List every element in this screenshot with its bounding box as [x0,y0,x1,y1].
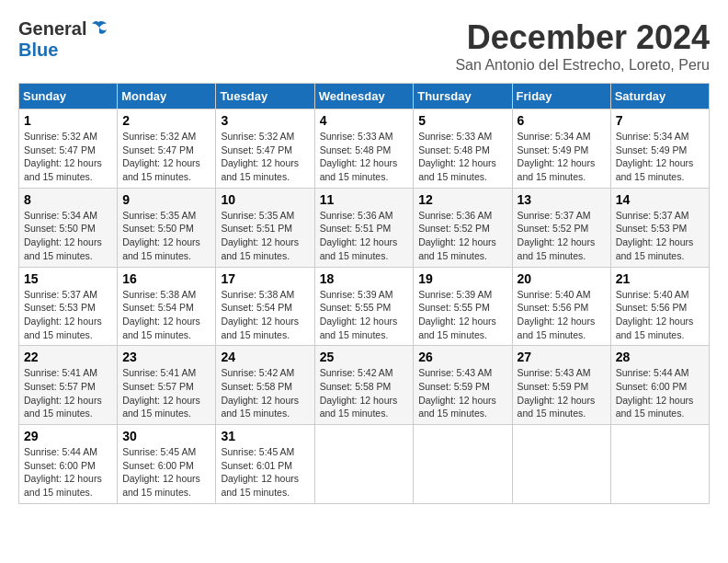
day-number: 26 [418,350,506,364]
calendar-week-row: 22Sunrise: 5:41 AMSunset: 5:57 PMDayligh… [19,346,710,425]
page-header: General Blue December 2024 San Antonio d… [18,18,710,74]
calendar-cell: 12Sunrise: 5:36 AMSunset: 5:52 PMDayligh… [414,188,512,267]
calendar-cell: 22Sunrise: 5:41 AMSunset: 5:57 PMDayligh… [19,346,118,425]
calendar-cell: 15Sunrise: 5:37 AMSunset: 5:53 PMDayligh… [19,267,118,346]
calendar-cell: 2Sunrise: 5:32 AMSunset: 5:47 PMDaylight… [118,109,216,189]
day-number: 12 [418,192,506,207]
calendar-cell: 29Sunrise: 5:44 AMSunset: 6:00 PMDayligh… [19,425,118,504]
day-number: 9 [122,192,210,207]
day-number: 15 [24,271,112,286]
calendar-cell: 14Sunrise: 5:37 AMSunset: 5:53 PMDayligh… [610,188,709,267]
logo-general: General [18,18,86,40]
day-info: Sunrise: 5:34 AMSunset: 5:50 PMDaylight:… [24,209,112,263]
day-info: Sunrise: 5:44 AMSunset: 6:00 PMDaylight:… [616,366,704,420]
calendar-header-saturday: Saturday [610,84,709,109]
calendar-cell: 30Sunrise: 5:45 AMSunset: 6:00 PMDayligh… [118,425,216,504]
day-number: 4 [320,113,409,128]
calendar-week-row: 29Sunrise: 5:44 AMSunset: 6:00 PMDayligh… [19,425,710,504]
calendar-cell: 4Sunrise: 5:33 AMSunset: 5:48 PMDaylight… [314,109,414,189]
day-info: Sunrise: 5:32 AMSunset: 5:47 PMDaylight:… [24,130,112,184]
calendar-cell: 8Sunrise: 5:34 AMSunset: 5:50 PMDaylight… [19,188,118,267]
calendar-cell [512,425,610,504]
calendar-cell: 10Sunrise: 5:35 AMSunset: 5:51 PMDayligh… [216,188,314,267]
day-number: 14 [616,192,704,207]
calendar-cell: 23Sunrise: 5:41 AMSunset: 5:57 PMDayligh… [118,346,216,425]
calendar-cell: 11Sunrise: 5:36 AMSunset: 5:51 PMDayligh… [314,188,414,267]
day-info: Sunrise: 5:45 AMSunset: 6:01 PMDaylight:… [221,445,309,500]
calendar-cell: 17Sunrise: 5:38 AMSunset: 5:54 PMDayligh… [216,267,314,346]
calendar-cell: 7Sunrise: 5:34 AMSunset: 5:49 PMDaylight… [610,109,709,189]
calendar-cell: 31Sunrise: 5:45 AMSunset: 6:01 PMDayligh… [216,425,314,504]
day-number: 2 [122,113,210,128]
calendar-cell: 24Sunrise: 5:42 AMSunset: 5:58 PMDayligh… [216,346,314,425]
calendar-cell: 6Sunrise: 5:34 AMSunset: 5:49 PMDaylight… [512,109,610,189]
day-info: Sunrise: 5:40 AMSunset: 5:56 PMDaylight:… [518,288,606,342]
calendar-header-sunday: Sunday [19,84,118,109]
calendar-cell: 21Sunrise: 5:40 AMSunset: 5:56 PMDayligh… [610,267,709,346]
calendar-cell: 20Sunrise: 5:40 AMSunset: 5:56 PMDayligh… [512,267,610,346]
day-number: 27 [518,350,606,364]
calendar-cell: 3Sunrise: 5:32 AMSunset: 5:47 PMDaylight… [216,109,314,189]
day-number: 25 [320,350,409,364]
day-number: 7 [616,113,704,128]
calendar-cell [610,425,709,504]
calendar-header-monday: Monday [118,84,216,109]
calendar-table: SundayMondayTuesdayWednesdayThursdayFrid… [18,83,710,504]
day-number: 29 [24,429,112,443]
day-number: 5 [418,113,506,128]
day-number: 23 [122,350,210,364]
day-number: 1 [24,113,112,128]
day-number: 24 [221,350,309,364]
day-number: 28 [616,350,704,364]
calendar-cell: 18Sunrise: 5:39 AMSunset: 5:55 PMDayligh… [314,267,414,346]
logo: General Blue [18,18,108,61]
day-info: Sunrise: 5:41 AMSunset: 5:57 PMDaylight:… [24,366,112,420]
day-info: Sunrise: 5:35 AMSunset: 5:50 PMDaylight:… [122,209,210,263]
day-number: 11 [320,192,409,207]
title-area: December 2024 San Antonio del Estrecho, … [455,18,710,74]
calendar-cell: 25Sunrise: 5:42 AMSunset: 5:58 PMDayligh… [314,346,414,425]
day-info: Sunrise: 5:32 AMSunset: 5:47 PMDaylight:… [122,130,210,184]
month-title: December 2024 [455,18,710,57]
day-info: Sunrise: 5:33 AMSunset: 5:48 PMDaylight:… [418,130,506,184]
day-info: Sunrise: 5:41 AMSunset: 5:57 PMDaylight:… [122,366,210,420]
day-info: Sunrise: 5:34 AMSunset: 5:49 PMDaylight:… [518,130,606,184]
day-info: Sunrise: 5:45 AMSunset: 6:00 PMDaylight:… [122,445,210,500]
day-info: Sunrise: 5:32 AMSunset: 5:47 PMDaylight:… [221,130,309,184]
day-number: 13 [518,192,606,207]
day-number: 21 [616,271,704,286]
calendar-header-row: SundayMondayTuesdayWednesdayThursdayFrid… [19,84,710,109]
logo-bird-icon [88,20,108,39]
day-info: Sunrise: 5:38 AMSunset: 5:54 PMDaylight:… [221,288,309,342]
calendar-cell: 27Sunrise: 5:43 AMSunset: 5:59 PMDayligh… [512,346,610,425]
day-info: Sunrise: 5:35 AMSunset: 5:51 PMDaylight:… [221,209,309,263]
calendar-cell: 13Sunrise: 5:37 AMSunset: 5:52 PMDayligh… [512,188,610,267]
calendar-header-thursday: Thursday [414,84,512,109]
day-number: 30 [122,429,210,443]
day-info: Sunrise: 5:39 AMSunset: 5:55 PMDaylight:… [418,288,506,342]
calendar-cell: 28Sunrise: 5:44 AMSunset: 6:00 PMDayligh… [610,346,709,425]
logo-blue: Blue [18,40,58,60]
day-info: Sunrise: 5:36 AMSunset: 5:52 PMDaylight:… [418,209,506,263]
day-info: Sunrise: 5:36 AMSunset: 5:51 PMDaylight:… [320,209,409,263]
calendar-header-friday: Friday [512,84,610,109]
calendar-header-wednesday: Wednesday [314,84,414,109]
day-info: Sunrise: 5:42 AMSunset: 5:58 PMDaylight:… [221,366,309,420]
calendar-week-row: 8Sunrise: 5:34 AMSunset: 5:50 PMDaylight… [19,188,710,267]
day-number: 8 [24,192,112,207]
calendar-cell: 26Sunrise: 5:43 AMSunset: 5:59 PMDayligh… [414,346,512,425]
calendar-cell: 5Sunrise: 5:33 AMSunset: 5:48 PMDaylight… [414,109,512,189]
day-info: Sunrise: 5:37 AMSunset: 5:52 PMDaylight:… [518,209,606,263]
day-number: 6 [518,113,606,128]
day-number: 22 [24,350,112,364]
location-subtitle: San Antonio del Estrecho, Loreto, Peru [455,57,710,74]
calendar-cell: 9Sunrise: 5:35 AMSunset: 5:50 PMDaylight… [118,188,216,267]
day-info: Sunrise: 5:33 AMSunset: 5:48 PMDaylight:… [320,130,409,184]
day-number: 19 [418,271,506,286]
calendar-cell: 1Sunrise: 5:32 AMSunset: 5:47 PMDaylight… [19,109,118,189]
calendar-week-row: 15Sunrise: 5:37 AMSunset: 5:53 PMDayligh… [19,267,710,346]
calendar-week-row: 1Sunrise: 5:32 AMSunset: 5:47 PMDaylight… [19,109,710,189]
day-number: 17 [221,271,309,286]
calendar-cell [314,425,414,504]
day-info: Sunrise: 5:34 AMSunset: 5:49 PMDaylight:… [616,130,704,184]
